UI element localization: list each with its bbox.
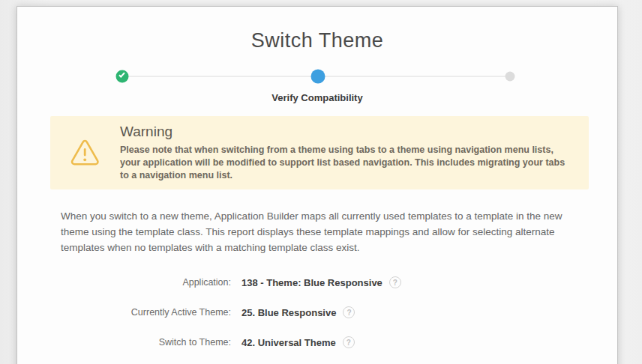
warning-title: Warning [120,124,574,140]
warning-banner: Warning Please note that when switching … [50,116,589,189]
wizard-step-upcoming [506,72,515,82]
help-icon[interactable]: ? [389,276,401,288]
wizard-progress [17,69,617,84]
help-icon[interactable]: ? [343,306,355,318]
field-row-switch-theme: Switch to Theme: 42. Universal Theme ? [17,335,617,350]
current-theme-label: Currently Active Theme: [17,307,231,318]
help-icon[interactable]: ? [343,336,355,348]
theme-summary-fields: Application: 138 - Theme: Blue Responsiv… [17,275,617,350]
switch-theme-label: Switch to Theme: [17,337,231,348]
switch-theme-dialog: Switch Theme Verify Compatibility Warnin… [16,6,618,364]
application-label: Application: [17,277,231,288]
warning-triangle-icon [70,139,100,167]
wizard-step-current [311,70,326,84]
warning-message: Please note that when switching from a t… [120,144,574,182]
current-step-label: Verify Compatibility [17,92,617,103]
switch-theme-value: 42. Universal Theme [242,337,336,348]
current-theme-value: 25. Blue Responsive [242,307,336,318]
wizard-step-completed [116,70,129,83]
application-value: 138 - Theme: Blue Responsive [242,277,382,288]
field-row-current-theme: Currently Active Theme: 25. Blue Respons… [17,305,617,320]
field-row-application: Application: 138 - Theme: Blue Responsiv… [17,275,617,290]
theme-mapping-description: When you switch to a new theme, Applicat… [61,208,582,255]
warning-text-block: Warning Please note that when switching … [120,124,574,182]
check-icon [118,71,124,78]
page-title: Switch Theme [17,29,617,52]
